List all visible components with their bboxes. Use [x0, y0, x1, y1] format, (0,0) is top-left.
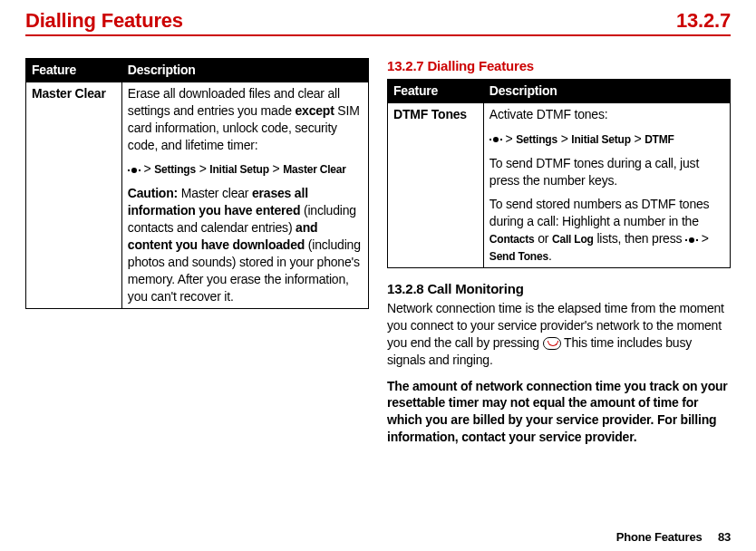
text-bold: The amount of network connection time yo… — [387, 379, 728, 445]
header-title: Dialling Features — [25, 9, 183, 33]
content-columns: Feature Description Master Clear Erase a… — [25, 58, 731, 455]
menu-ref: Contacts — [489, 233, 535, 246]
right-column: 13.2.7 Dialling Features Feature Descrip… — [387, 58, 731, 455]
text: Master clear — [178, 186, 252, 200]
menu-step: Initial Setup — [571, 133, 630, 146]
left-column: Feature Description Master Clear Erase a… — [25, 58, 369, 455]
col-header-description: Description — [483, 80, 730, 103]
text-bold: Caution: — [128, 186, 178, 200]
nav-key-icon — [128, 166, 141, 175]
gt: > — [199, 161, 207, 176]
gt: > — [506, 131, 513, 146]
text: . — [548, 248, 552, 263]
section-heading-13-2-7: 13.2.7 Dialling Features — [387, 58, 731, 73]
text: Activate DTMF tones: — [489, 106, 724, 123]
gt: > — [272, 161, 279, 176]
nav-key-icon — [489, 135, 502, 144]
text: lists, then press — [594, 231, 685, 246]
feature-name: Master Clear — [26, 82, 122, 308]
text: To send DTMF tones during a call, just p… — [489, 155, 724, 189]
end-call-icon — [543, 337, 561, 350]
table-row: DTMF Tones Activate DTMF tones: > Settin… — [388, 102, 731, 267]
body-paragraph: Network connection time is the elapsed t… — [387, 300, 731, 369]
feature-description: Erase all downloaded files and clear all… — [121, 82, 368, 308]
nav-path: > Settings > Initial Setup > Master Clea… — [128, 160, 363, 178]
page-number: 83 — [718, 530, 731, 544]
page-header: Dialling Features 13.2.7 — [25, 9, 731, 36]
text-bold: except — [296, 103, 334, 118]
menu-ref: Call Log — [552, 233, 594, 246]
section-heading-13-2-8: 13.2.8 Call Monitoring — [387, 281, 731, 296]
nav-path: > Settings > Initial Setup > DTMF — [489, 130, 724, 148]
gt: > — [702, 231, 709, 246]
feature-name: DTMF Tones — [388, 102, 484, 267]
page-footer: Phone Features 83 — [616, 530, 731, 544]
col-header-description: Description — [121, 59, 368, 82]
menu-step: Initial Setup — [209, 163, 268, 176]
menu-step: Master Clear — [283, 163, 346, 176]
feature-description: Activate DTMF tones: > Settings > Initia… — [483, 102, 730, 267]
col-header-feature: Feature — [388, 80, 484, 103]
nav-key-icon — [685, 236, 698, 245]
text: To send stored numbers as DTMF tones dur… — [489, 197, 710, 228]
dtmf-table: Feature Description DTMF Tones Activate … — [387, 79, 731, 268]
master-clear-table: Feature Description Master Clear Erase a… — [25, 58, 369, 309]
gt: > — [634, 131, 641, 146]
gt: > — [561, 131, 568, 146]
body-paragraph-bold: The amount of network connection time yo… — [387, 378, 731, 447]
menu-step: DTMF — [645, 133, 674, 146]
col-header-feature: Feature — [26, 59, 122, 82]
text: or — [535, 231, 552, 246]
menu-step: Settings — [154, 163, 196, 176]
gt: > — [144, 161, 151, 176]
menu-ref: Send Tones — [489, 250, 548, 263]
menu-step: Settings — [516, 133, 557, 146]
table-row: Master Clear Erase all downloaded files … — [26, 82, 369, 308]
header-section: 13.2.7 — [676, 9, 731, 33]
footer-label: Phone Features — [616, 530, 703, 544]
